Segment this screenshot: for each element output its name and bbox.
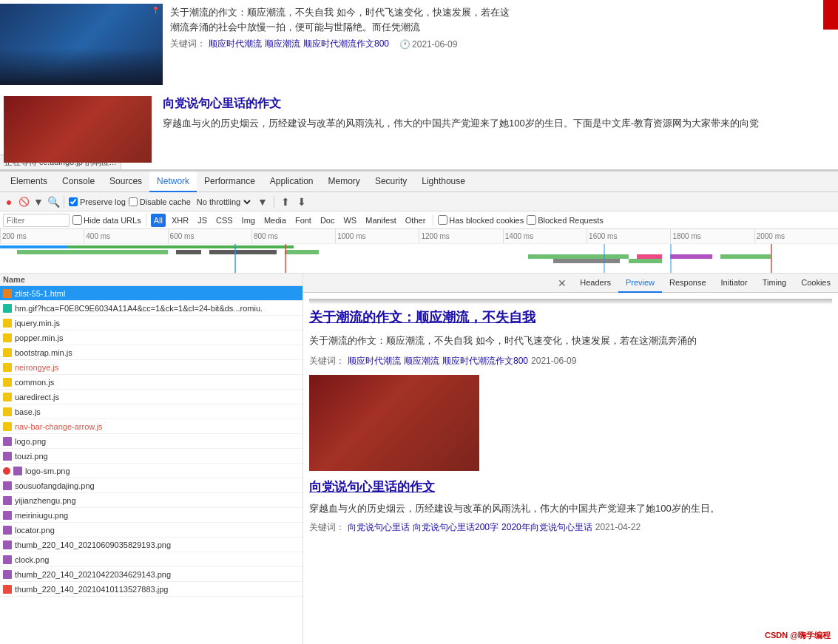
timeline-waterfall [0, 244, 838, 274]
disable-cache-checkbox[interactable]: Disable cache [129, 197, 191, 206]
tick-1200ms: 1200 ms [419, 229, 502, 243]
hide-data-urls-checkbox[interactable]: Hide data URLs [72, 215, 141, 225]
file-row-common[interactable]: common.js [0, 375, 303, 390]
filter-type-doc[interactable]: Doc [317, 214, 338, 227]
has-blocked-cookies-checkbox[interactable]: Has blocked cookies [438, 215, 524, 225]
file-row-popper[interactable]: popper.min.js [0, 331, 303, 345]
file-row-logosm[interactable]: logo-sm.png [0, 464, 303, 478]
tab-sources[interactable]: Sources [102, 172, 149, 192]
detail-tab-response[interactable]: Response [662, 274, 714, 293]
file-row-zlist[interactable]: zlist-55-1.html [0, 286, 303, 301]
file-name-thumb1: thumb_220_140_20210609035829193.png [15, 540, 300, 549]
detail-article2-kw-2[interactable]: 向党说句心里话200字 [413, 521, 499, 534]
detail-article1-keywords-label: 关键词： [309, 355, 345, 367]
detail-tab-headers[interactable]: Headers [572, 274, 618, 293]
tab-elements[interactable]: Elements [3, 172, 55, 192]
file-name-souso: sousuofangdajing.png [15, 481, 300, 490]
search-icon[interactable]: 🔍 [47, 196, 59, 208]
detail-article2-title[interactable]: 向党说句心里话的作文 [309, 478, 832, 495]
file-icon-meiri [3, 511, 12, 520]
detail-article1-desc: 关于潮流的作文：顺应潮流，不失自我 如今，时代飞速变化，快速发展，若在这潮流奔涌… [309, 333, 832, 349]
second-article-thumbnail [4, 96, 152, 163]
detail-article1-title[interactable]: 关于潮流的作文：顺应潮流，不失自我 [309, 308, 832, 326]
file-row-meiri[interactable]: meiriniugu.png [0, 508, 303, 523]
article1-keyword-1[interactable]: 顺应时代潮流 [209, 38, 262, 50]
wf-bar-7 [670, 254, 712, 259]
file-name-common: common.js [15, 378, 300, 387]
file-row-yijian[interactable]: yijianzhengu.png [0, 493, 303, 508]
throttle-dropdown-icon[interactable]: ▼ [256, 195, 269, 209]
file-icon-thumb1 [3, 540, 12, 549]
file-name-zlist: zlist-55-1.html [15, 289, 300, 298]
export-icon[interactable]: ⬇ [295, 195, 308, 209]
file-row-hmgif[interactable]: hm.gif?hca=F0E8C9E6034A11A4&cc=1&ck=1&cl… [0, 301, 303, 316]
detail-tab-preview[interactable]: Preview [618, 274, 662, 293]
filter-type-all[interactable]: All [151, 214, 166, 227]
tab-network[interactable]: Network [149, 172, 197, 192]
filter-type-manifest[interactable]: Manifest [362, 214, 399, 227]
filter-type-xhr[interactable]: XHR [169, 214, 192, 227]
detail-article1-kw-1[interactable]: 顺应时代潮流 [348, 355, 401, 367]
file-row-thumb1[interactable]: thumb_220_140_20210609035829193.png [0, 538, 303, 552]
file-name-logosm: logo-sm.png [25, 467, 300, 475]
filter-type-js[interactable]: JS [195, 214, 210, 227]
second-article-desc: 穿越血与火的历史烟云，历经建设与改革的风雨洗礼，伟大的中国共产党迎来了她100岁… [163, 116, 834, 132]
blocked-requests-checkbox[interactable]: Blocked Requests [527, 215, 604, 225]
file-row-clock[interactable]: clock.png [0, 552, 303, 567]
tick-1800ms: 1800 ms [670, 229, 754, 243]
filter-type-font[interactable]: Font [292, 214, 314, 227]
tab-memory[interactable]: Memory [321, 172, 368, 192]
tab-console[interactable]: Console [55, 172, 102, 192]
hide-data-urls-label: Hide data URLs [84, 216, 141, 225]
file-row-uaredirect[interactable]: uaredirect.js [0, 390, 303, 404]
tab-lighthouse[interactable]: Lighthouse [414, 172, 473, 192]
detail-article1-kw-2[interactable]: 顺应潮流 [404, 355, 439, 367]
detail-article2-kw-3[interactable]: 2020年向党说句心里话 [501, 521, 592, 534]
tab-performance[interactable]: Performance [197, 172, 263, 192]
file-row-base[interactable]: base.js [0, 404, 303, 419]
detail-panel: ✕ Headers Preview Response Initiator Tim… [303, 274, 838, 644]
preserve-log-checkbox[interactable]: Preserve log [69, 197, 126, 206]
file-row-navbar[interactable]: nav-bar-change-arrow.js [0, 419, 303, 434]
filter-type-img[interactable]: Img [239, 214, 258, 227]
file-row-neirongye[interactable]: neirongye.js [0, 360, 303, 375]
detail-tab-initiator[interactable]: Initiator [714, 274, 755, 293]
article1-keyword-2[interactable]: 顺应潮流 [265, 38, 300, 50]
detail-tab-cookies[interactable]: Cookies [794, 274, 838, 293]
file-row-thumb2[interactable]: thumb_220_140_20210422034629143.png [0, 567, 303, 582]
throttle-select[interactable]: No throttling [194, 197, 253, 207]
article1-keyword-3[interactable]: 顺应时代潮流作文800 [303, 38, 389, 50]
file-row-bootstrap[interactable]: bootstrap.min.js [0, 345, 303, 360]
filter-type-other[interactable]: Other [402, 214, 429, 227]
detail-tab-timing[interactable]: Timing [755, 274, 794, 293]
tick-1600ms: 1600 ms [587, 229, 670, 243]
file-row-locator[interactable]: locator.png [0, 523, 303, 538]
filter-type-media[interactable]: Media [261, 214, 289, 227]
file-row-logo[interactable]: logo.png [0, 434, 303, 449]
file-row-thumb3[interactable]: thumb_220_140_20210410113527883.jpg [0, 582, 303, 597]
file-icon-logosm [13, 467, 22, 475]
tab-security[interactable]: Security [368, 172, 414, 192]
filter-icon[interactable]: ▼ [33, 196, 44, 208]
file-row-jquery[interactable]: jquery.min.js [0, 316, 303, 331]
second-article-title[interactable]: 向党说句心里话的作文 [163, 96, 834, 112]
tab-application[interactable]: Application [263, 172, 321, 192]
filter-type-ws[interactable]: WS [340, 214, 359, 227]
file-row-touzi[interactable]: touzi.png [0, 449, 303, 464]
detail-article2-kw-1[interactable]: 向党说句心里话 [348, 521, 410, 534]
wf-marker-blue [234, 244, 236, 274]
filter-input[interactable] [3, 214, 70, 227]
clear-icon[interactable]: 🚫 [18, 196, 30, 208]
filter-type-css[interactable]: CSS [213, 214, 236, 227]
timeline-area[interactable]: 200 ms 400 ms 600 ms 800 ms 1000 ms 1200… [0, 229, 838, 274]
tick-400ms: 400 ms [84, 229, 167, 243]
article1-date: 🕐 2021-06-09 [399, 39, 457, 50]
file-row-souso[interactable]: sousuofangdajing.png [0, 478, 303, 493]
detail-close-btn[interactable]: ✕ [555, 277, 570, 289]
file-icon-navbar [3, 422, 12, 431]
detail-article1-kw-3[interactable]: 顺应时代潮流作文800 [442, 355, 528, 367]
record-icon[interactable]: ● [3, 196, 15, 208]
file-icon-yijian [3, 496, 12, 505]
file-name-thumb3: thumb_220_140_20210410113527883.jpg [15, 585, 300, 594]
import-icon[interactable]: ⬆ [279, 195, 292, 209]
